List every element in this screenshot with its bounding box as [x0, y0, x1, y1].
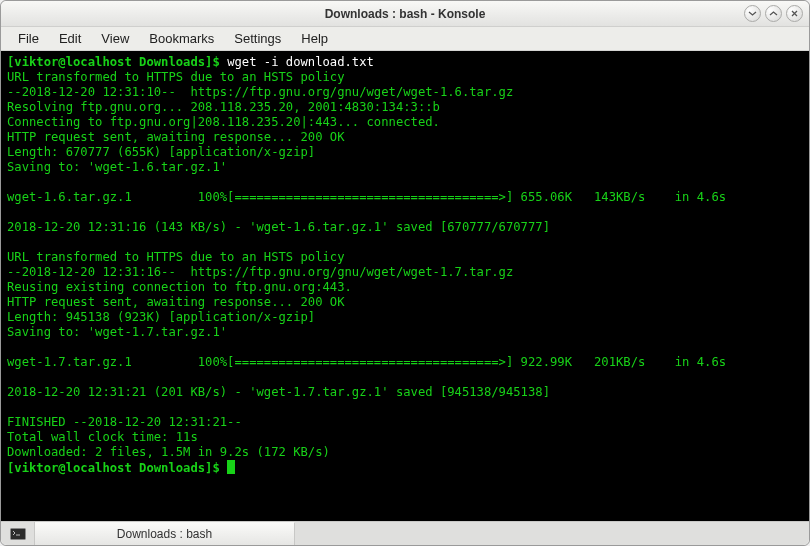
- output-line: Length: 945138 (923K) [application/x-gzi…: [7, 310, 315, 324]
- close-icon: [790, 9, 799, 18]
- new-tab-button[interactable]: [1, 522, 35, 545]
- minimize-button[interactable]: [744, 5, 761, 22]
- command-1: wget -i download.txt: [227, 55, 374, 69]
- output-line: 2018-12-20 12:31:21 (201 KB/s) - 'wget-1…: [7, 385, 550, 399]
- terminal-output[interactable]: [viktor@localhost Downloads]$ wget -i do…: [1, 51, 809, 521]
- output-line: Downloaded: 2 files, 1.5M in 9.2s (172 K…: [7, 445, 330, 459]
- maximize-button[interactable]: [765, 5, 782, 22]
- menu-help[interactable]: Help: [292, 28, 337, 49]
- window-title: Downloads : bash - Konsole: [325, 7, 486, 21]
- tabstrip: Downloads : bash: [1, 521, 809, 545]
- chevron-down-icon: [748, 9, 757, 18]
- menu-bookmarks[interactable]: Bookmarks: [140, 28, 223, 49]
- output-line: URL transformed to HTTPS due to an HSTS …: [7, 70, 345, 84]
- svg-rect-0: [10, 528, 25, 539]
- tab-downloads-bash[interactable]: Downloads : bash: [35, 522, 295, 545]
- tab-label: Downloads : bash: [117, 527, 212, 541]
- output-line: Saving to: 'wget-1.6.tar.gz.1': [7, 160, 227, 174]
- app-window: Downloads : bash - Konsole File Edit Vie…: [0, 0, 810, 546]
- output-line: HTTP request sent, awaiting response... …: [7, 130, 345, 144]
- menubar: File Edit View Bookmarks Settings Help: [1, 27, 809, 51]
- window-controls: [744, 5, 803, 22]
- output-line: Reusing existing connection to ftp.gnu.o…: [7, 280, 352, 294]
- titlebar[interactable]: Downloads : bash - Konsole: [1, 1, 809, 27]
- terminal-icon: [10, 528, 26, 540]
- output-line: --2018-12-20 12:31:10-- https://ftp.gnu.…: [7, 85, 513, 99]
- menu-file[interactable]: File: [9, 28, 48, 49]
- output-line: HTTP request sent, awaiting response... …: [7, 295, 345, 309]
- prompt-2: [viktor@localhost Downloads]$: [7, 461, 227, 475]
- menu-view[interactable]: View: [92, 28, 138, 49]
- output-line: Connecting to ftp.gnu.org|208.118.235.20…: [7, 115, 440, 129]
- output-line: wget-1.7.tar.gz.1 100%[=================…: [7, 355, 726, 369]
- output-line: URL transformed to HTTPS due to an HSTS …: [7, 250, 345, 264]
- output-line: Resolving ftp.gnu.org... 208.118.235.20,…: [7, 100, 440, 114]
- menu-edit[interactable]: Edit: [50, 28, 90, 49]
- close-button[interactable]: [786, 5, 803, 22]
- output-line: Total wall clock time: 11s: [7, 430, 198, 444]
- output-line: Length: 670777 (655K) [application/x-gzi…: [7, 145, 315, 159]
- prompt-1: [viktor@localhost Downloads]$: [7, 55, 227, 69]
- output-line: Saving to: 'wget-1.7.tar.gz.1': [7, 325, 227, 339]
- output-line: wget-1.6.tar.gz.1 100%[=================…: [7, 190, 726, 204]
- cursor: [227, 460, 235, 474]
- output-line: 2018-12-20 12:31:16 (143 KB/s) - 'wget-1…: [7, 220, 550, 234]
- output-line: --2018-12-20 12:31:16-- https://ftp.gnu.…: [7, 265, 513, 279]
- menu-settings[interactable]: Settings: [225, 28, 290, 49]
- output-line: FINISHED --2018-12-20 12:31:21--: [7, 415, 242, 429]
- chevron-up-icon: [769, 9, 778, 18]
